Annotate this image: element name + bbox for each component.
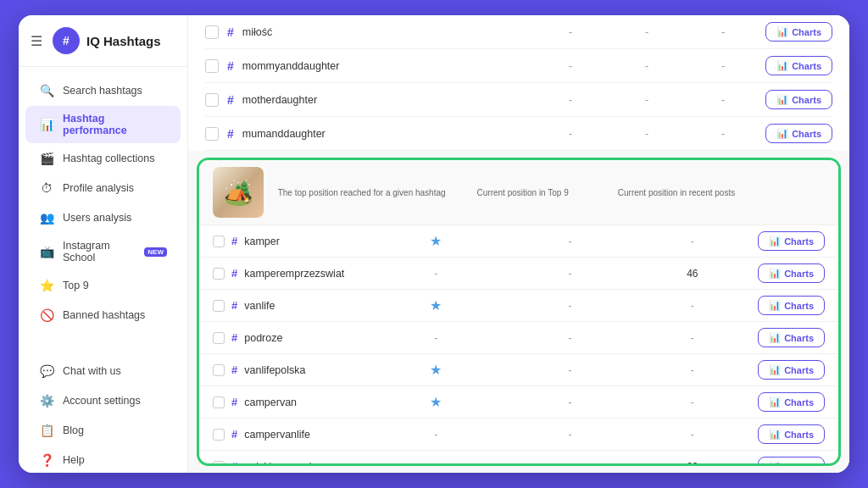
help-icon: ❓ — [39, 452, 54, 468]
bar-chart-icon: 📊 — [769, 461, 781, 466]
bar-chart-icon: 📊 — [776, 94, 788, 105]
hashtag-name: campervan — [244, 396, 359, 408]
account-icon: ⚙️ — [39, 393, 54, 408]
table-row: # miłość - - - 📊 Charts — [205, 15, 832, 49]
sidebar-item-label: Profile analysis — [63, 182, 134, 194]
hash-symbol: # — [231, 331, 237, 344]
sidebar-item-top9[interactable]: ⭐ Top 9 — [25, 271, 181, 300]
bar-chart-icon: 📊 — [769, 236, 781, 247]
star-icon: ★ — [430, 234, 442, 248]
charts-button[interactable]: 📊 Charts — [758, 231, 825, 251]
sidebar-item-help[interactable]: ❓ Help — [25, 446, 181, 473]
col-recent-val: - — [635, 300, 750, 312]
hashtag-name: mommyanddaughter — [242, 60, 528, 72]
sidebar-item-account[interactable]: ⚙️ Account settings — [25, 386, 181, 415]
panel-row: # vanlifepolska ★ - - 📊 Charts — [199, 354, 838, 386]
charts-button[interactable]: 📊 Charts — [765, 124, 832, 143]
col-dash-1: - — [537, 128, 604, 140]
hamburger-icon[interactable]: ☰ — [31, 33, 42, 49]
sidebar-item-label: Top 9 — [63, 280, 89, 291]
bar-chart-icon: 📊 — [769, 429, 781, 440]
hashtag-name: motherdaughter — [242, 94, 528, 106]
hashtag-name: mumanddaughter — [242, 128, 528, 140]
col-top-val: - — [367, 461, 506, 467]
row-checkbox[interactable] — [205, 127, 219, 141]
panel-image-icon: 🏕️ — [224, 179, 253, 207]
hashtag-name: vanlifepolska — [244, 364, 359, 376]
col-recent-val: 22 — [635, 461, 750, 467]
sidebar-item-collections[interactable]: 🎬 Hashtag collections — [25, 144, 181, 173]
bar-chart-icon: 📊 — [769, 300, 781, 311]
charts-button[interactable]: 📊 Charts — [765, 56, 832, 75]
panel-rows: # kamper ★ - - 📊 Charts # kamperemprzezs… — [199, 225, 838, 466]
charts-button[interactable]: 📊 Charts — [758, 457, 825, 466]
sidebar-item-chat[interactable]: 💬 Chat with us — [25, 357, 181, 385]
col-dash-3: - — [689, 128, 757, 140]
charts-button[interactable]: 📊 Charts — [758, 263, 825, 283]
col-dash-3: - — [689, 94, 757, 106]
row-checkbox[interactable] — [213, 332, 225, 344]
row-checkbox[interactable] — [213, 461, 225, 467]
charts-button[interactable]: 📊 Charts — [758, 392, 825, 412]
col-top-val: ★ — [367, 394, 506, 410]
row-checkbox[interactable] — [213, 300, 225, 312]
bar-chart-icon: 📊 — [769, 396, 781, 408]
hashtag-name: campervanlife — [244, 429, 359, 441]
collections-icon: 🎬 — [39, 151, 54, 166]
hashtag-name: vanlife — [244, 300, 359, 312]
sidebar-item-profile[interactable]: ⏱ Profile analysis — [25, 174, 181, 202]
charts-button[interactable]: 📊 Charts — [765, 90, 832, 109]
col-pos9-val: - — [512, 429, 627, 441]
top9-icon: ⭐ — [39, 278, 54, 293]
charts-button[interactable]: 📊 Charts — [758, 328, 825, 347]
col-action-val: 📊 Charts — [757, 424, 825, 444]
sidebar-item-label: Instagram School — [63, 240, 136, 263]
table-row: # mommyanddaughter - - - 📊 Charts — [205, 49, 832, 83]
row-checkbox[interactable] — [213, 396, 225, 408]
sidebar-item-label: Hashtag performance — [63, 113, 167, 136]
sidebar-item-label: Account settings — [63, 395, 141, 407]
row-checkbox[interactable] — [213, 268, 225, 280]
col-pos9-val: - — [512, 300, 627, 312]
top-dash: - — [434, 268, 437, 280]
sidebar-item-banned[interactable]: 🚫 Banned hashtags — [25, 301, 181, 330]
sidebar-item-performance[interactable]: 📊 Hashtag performance — [25, 106, 181, 143]
sidebar: ☰ # IQ Hashtags 🔍 Search hashtags 📊 Hash… — [19, 15, 188, 473]
sidebar-item-label: Users analysis — [63, 212, 131, 224]
recent-val: 22 — [687, 461, 698, 467]
table-row: # mumanddaughter - - - 📊 Charts — [205, 117, 832, 151]
panel-image: 🏕️ — [213, 167, 264, 218]
col-top-val: - — [367, 429, 506, 441]
col-top-val: - — [367, 332, 506, 344]
hashtag-name: kamperemprzezswiat — [244, 268, 359, 280]
row-checkbox[interactable] — [213, 364, 225, 376]
panel-row: # polskicaravaning - - 22 📊 Charts — [199, 451, 838, 466]
sidebar-item-search[interactable]: 🔍 Search hashtags — [25, 76, 181, 105]
col-pos9-val: - — [512, 396, 627, 408]
row-checkbox[interactable] — [213, 429, 225, 441]
top-table: # miłość - - - 📊 Charts # mommyanddaught… — [188, 15, 849, 151]
col-dash-2: - — [613, 60, 681, 72]
row-checkbox[interactable] — [205, 59, 219, 73]
sidebar-item-instagram-school[interactable]: 📺 Instagram School NEW — [25, 233, 181, 270]
sidebar-item-users[interactable]: 👥 Users analysis — [25, 203, 181, 232]
sidebar-item-label: Search hashtags — [63, 85, 142, 97]
col-header-recent: Current position in recent posts — [596, 187, 757, 198]
panel-row: # vanlife ★ - - 📊 Charts — [199, 290, 838, 322]
row-checkbox[interactable] — [205, 93, 219, 107]
charts-button[interactable]: 📊 Charts — [758, 424, 825, 444]
sidebar-bottom: 💬 Chat with us ⚙️ Account settings 📋 Blo… — [19, 352, 187, 473]
recent-val: - — [691, 332, 694, 344]
charts-button[interactable]: 📊 Charts — [758, 360, 825, 380]
row-checkbox[interactable] — [213, 236, 225, 247]
sidebar-nav: 🔍 Search hashtags 📊 Hashtag performance … — [19, 67, 187, 339]
panel-header: 🏕️ The top position reached for a given … — [199, 160, 838, 225]
charts-button[interactable]: 📊 Charts — [765, 22, 832, 42]
col-dash-2: - — [613, 128, 681, 140]
charts-button[interactable]: 📊 Charts — [758, 296, 825, 315]
col-action-val: 📊 Charts — [757, 296, 825, 315]
sidebar-item-blog[interactable]: 📋 Blog — [25, 416, 181, 445]
row-checkbox[interactable] — [205, 25, 219, 39]
sidebar-item-label: Hashtag collections — [63, 152, 154, 164]
recent-val: - — [691, 364, 694, 376]
